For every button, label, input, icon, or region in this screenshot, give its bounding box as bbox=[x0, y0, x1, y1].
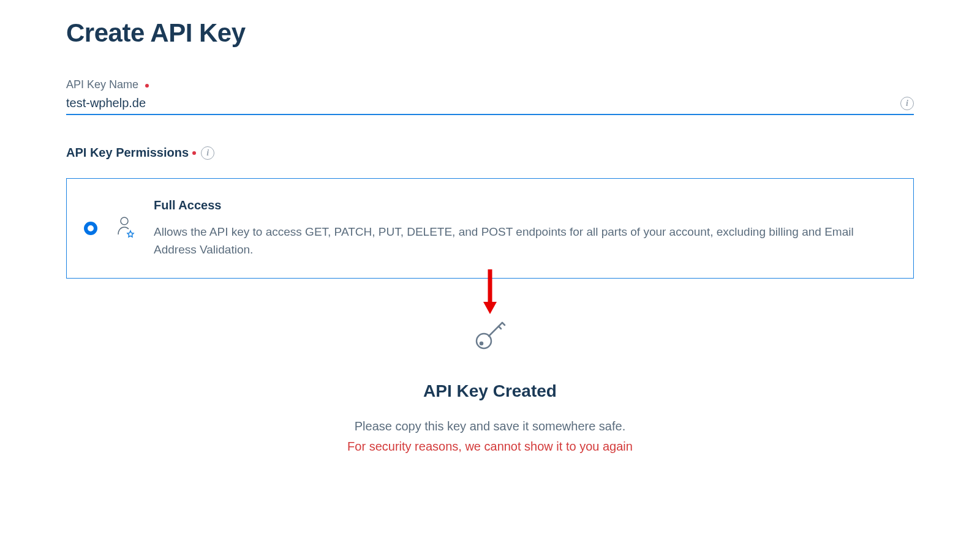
key-created-section: API Key Created Please copy this key and… bbox=[66, 315, 914, 454]
svg-line-7 bbox=[499, 326, 501, 329]
svg-line-6 bbox=[502, 323, 505, 325]
permission-description: Allows the API key to access GET, PATCH,… bbox=[154, 223, 896, 258]
svg-marker-2 bbox=[483, 302, 497, 314]
required-indicator-icon bbox=[192, 151, 196, 155]
api-key-name-label: API Key Name bbox=[66, 78, 138, 91]
permissions-label: API Key Permissions bbox=[66, 146, 189, 160]
api-key-name-input[interactable] bbox=[66, 95, 895, 111]
key-icon bbox=[66, 315, 914, 357]
svg-line-5 bbox=[489, 323, 502, 336]
arrow-down-icon bbox=[66, 266, 914, 315]
key-created-warning: For security reasons, we cannot show it … bbox=[66, 440, 914, 454]
key-created-subtext: Please copy this key and save it somewhe… bbox=[66, 419, 914, 433]
api-key-name-field: API Key Name i bbox=[66, 78, 914, 115]
svg-point-0 bbox=[121, 217, 128, 225]
permission-content: Full Access Allows the API key to access… bbox=[154, 198, 896, 258]
permission-option-full-access[interactable]: Full Access Allows the API key to access… bbox=[66, 178, 914, 279]
info-icon[interactable]: i bbox=[201, 146, 214, 160]
page-title: Create API Key bbox=[66, 18, 914, 48]
permission-title: Full Access bbox=[154, 198, 896, 212]
radio-selected-icon[interactable] bbox=[84, 222, 97, 235]
info-icon[interactable]: i bbox=[900, 97, 914, 110]
api-key-name-input-row: i bbox=[66, 95, 914, 115]
svg-point-4 bbox=[480, 342, 483, 345]
permissions-header: API Key Permissions i bbox=[66, 146, 914, 160]
required-indicator-icon bbox=[145, 84, 149, 88]
key-created-title: API Key Created bbox=[66, 381, 914, 401]
person-star-icon bbox=[116, 216, 135, 241]
